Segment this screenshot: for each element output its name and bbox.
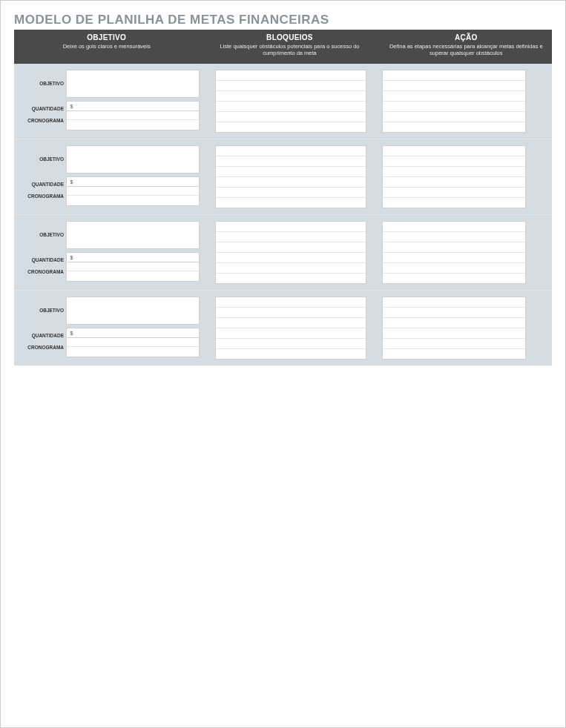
bloqueio-input[interactable] — [216, 242, 366, 253]
currency-symbol: $ — [66, 252, 76, 262]
acao-input[interactable] — [383, 102, 525, 112]
cronograma-input[interactable] — [67, 111, 199, 121]
bloqueios-column — [215, 221, 366, 284]
label-cronograma: CRONOGRAMA — [14, 338, 64, 357]
label-cronograma: CRONOGRAMA — [14, 262, 64, 282]
cronograma-input[interactable] — [67, 196, 199, 205]
goal-block: OBJETIVOQUANTIDADECRONOGRAMA$ — [14, 215, 552, 291]
bloqueio-input[interactable] — [216, 297, 366, 308]
quantidade-row: $ — [66, 101, 200, 111]
labels-column: OBJETIVOQUANTIDADECRONOGRAMA — [14, 221, 66, 284]
spacer — [366, 145, 382, 208]
quantidade-row: $ — [66, 328, 200, 338]
labels-column: OBJETIVOQUANTIDADECRONOGRAMA — [14, 145, 66, 208]
acao-input[interactable] — [383, 156, 525, 167]
cronograma-box — [66, 262, 200, 282]
objetivo-column: $ — [66, 297, 200, 360]
header-objetivo-label: OBJETIVO — [20, 33, 193, 42]
bloqueio-input[interactable] — [216, 122, 366, 132]
bloqueio-input[interactable] — [216, 253, 366, 263]
header-objetivo-sub: Deixe os gols claros e mensuráveis — [20, 43, 193, 50]
acao-input[interactable] — [383, 274, 525, 283]
bloqueio-input[interactable] — [216, 222, 366, 232]
acao-input[interactable] — [383, 349, 525, 359]
objetivo-column: $ — [66, 70, 200, 133]
bloqueio-input[interactable] — [216, 328, 366, 339]
acao-input[interactable] — [383, 308, 525, 318]
spacer — [200, 145, 215, 208]
spacer — [366, 297, 382, 360]
acao-input[interactable] — [383, 297, 525, 308]
acao-input[interactable] — [383, 242, 525, 253]
quantidade-input[interactable] — [76, 252, 200, 262]
cronograma-input[interactable] — [67, 347, 199, 357]
cronograma-input[interactable] — [67, 120, 199, 130]
currency-symbol: $ — [66, 101, 76, 111]
bloqueio-input[interactable] — [216, 308, 366, 318]
bloqueio-input[interactable] — [216, 349, 366, 359]
currency-symbol: $ — [66, 328, 76, 338]
bloqueio-input[interactable] — [216, 91, 366, 102]
bloqueios-column — [215, 70, 366, 133]
bloqueio-input[interactable] — [216, 232, 366, 242]
bloqueio-input[interactable] — [216, 177, 366, 188]
labels-column: OBJETIVOQUANTIDADECRONOGRAMA — [14, 297, 66, 360]
acao-input[interactable] — [383, 328, 525, 339]
cronograma-box — [66, 111, 200, 130]
cronograma-input[interactable] — [67, 271, 199, 281]
acao-input[interactable] — [383, 339, 525, 349]
cronograma-box — [66, 338, 200, 357]
label-cronograma: CRONOGRAMA — [14, 111, 64, 130]
acao-input[interactable] — [383, 318, 525, 328]
currency-symbol: $ — [66, 176, 76, 187]
cronograma-input[interactable] — [67, 187, 199, 196]
label-quantidade: QUANTIDADE — [14, 101, 64, 111]
acao-input[interactable] — [383, 122, 525, 132]
quantidade-input[interactable] — [76, 328, 200, 338]
cronograma-input[interactable] — [67, 338, 199, 348]
bloqueio-input[interactable] — [216, 198, 366, 208]
label-quantidade: QUANTIDADE — [14, 252, 64, 262]
acao-input[interactable] — [383, 263, 525, 274]
goal-block: OBJETIVOQUANTIDADECRONOGRAMA$ — [14, 64, 552, 139]
acao-input[interactable] — [383, 188, 525, 198]
quantidade-input[interactable] — [76, 176, 200, 187]
spacer — [200, 70, 215, 133]
bloqueio-input[interactable] — [216, 188, 366, 198]
bloqueio-input[interactable] — [216, 102, 366, 112]
bloqueio-input[interactable] — [216, 318, 366, 328]
bloqueio-input[interactable] — [216, 274, 366, 283]
header-objetivo: OBJETIVO Deixe os gols claros e mensuráv… — [14, 30, 199, 64]
spacer — [200, 297, 215, 360]
acao-input[interactable] — [383, 70, 525, 81]
acao-input[interactable] — [383, 253, 525, 263]
objetivo-input[interactable] — [66, 145, 200, 173]
quantidade-input[interactable] — [76, 101, 200, 111]
objetivo-input[interactable] — [66, 70, 200, 98]
objetivo-input[interactable] — [66, 297, 200, 325]
acao-input[interactable] — [383, 146, 525, 156]
bloqueio-input[interactable] — [216, 112, 366, 122]
acao-input[interactable] — [383, 81, 525, 91]
acao-input[interactable] — [383, 112, 525, 122]
header-acao-label: AÇÃO — [386, 33, 546, 42]
bloqueio-input[interactable] — [216, 146, 366, 156]
acao-input[interactable] — [383, 91, 525, 102]
acao-input[interactable] — [383, 167, 525, 177]
bloqueio-input[interactable] — [216, 263, 366, 274]
cronograma-input[interactable] — [67, 262, 199, 272]
label-objetivo: OBJETIVO — [14, 145, 64, 173]
acao-input[interactable] — [383, 198, 525, 208]
goal-block: OBJETIVOQUANTIDADECRONOGRAMA$ — [14, 139, 552, 215]
goal-area: OBJETIVOQUANTIDADECRONOGRAMA$OBJETIVOQUA… — [14, 64, 552, 365]
bloqueio-input[interactable] — [216, 339, 366, 349]
acao-input[interactable] — [383, 222, 525, 232]
objetivo-input[interactable] — [66, 221, 200, 249]
bloqueio-input[interactable] — [216, 167, 366, 177]
bloqueio-input[interactable] — [216, 70, 366, 81]
objetivo-column: $ — [66, 221, 200, 284]
bloqueio-input[interactable] — [216, 156, 366, 167]
acao-input[interactable] — [383, 177, 525, 188]
acao-input[interactable] — [383, 232, 525, 242]
bloqueio-input[interactable] — [216, 81, 366, 91]
